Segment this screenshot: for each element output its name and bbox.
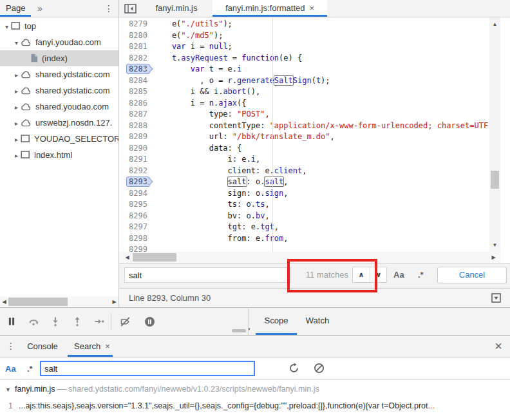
code-line-text[interactable]: var i = null;	[153, 42, 232, 51]
toggle-navigator-icon[interactable]	[124, 4, 137, 15]
code-line-text[interactable]: i = n.ajax({	[153, 99, 247, 108]
refresh-icon[interactable]	[288, 363, 299, 376]
regex-button[interactable]: .*	[27, 361, 33, 377]
code-line-text[interactable]: i && i.abort(),	[153, 87, 260, 96]
search-result-match-row[interactable]: 1...ajs:this.seajs},seajs.version="1.3.1…	[0, 397, 510, 414]
deactivate-breakpoints-icon[interactable]	[120, 316, 130, 327]
code-line-text[interactable]: bv: o.bv,	[153, 211, 270, 220]
code-line-text[interactable]: t.asyRequest = function(e) {	[153, 53, 302, 62]
navigator-h-scrollbar[interactable]: ◀ ▶	[0, 296, 118, 307]
source-code-viewer[interactable]: 8279 e("./utils");8280 e("./md5");8281 v…	[119, 17, 500, 264]
code-line-text[interactable]: , o = r.generateSaltSign(t);	[153, 76, 330, 85]
frame-menu-icon[interactable]	[491, 292, 502, 305]
line-number-gutter[interactable]: 8286	[119, 98, 153, 110]
tree-item-shared-ydstatic-com[interactable]: ▸shared.ydstatic.com	[0, 82, 118, 99]
scrollbar-thumb[interactable]	[8, 298, 68, 306]
line-number-gutter[interactable]: 8287	[119, 109, 153, 120]
drawer-menu-kebab-icon[interactable]: ⋮	[6, 336, 15, 357]
find-input[interactable]	[124, 267, 291, 283]
code-line-text[interactable]: client: e.client,	[153, 166, 307, 175]
tree-item-shared-ydstatic-com[interactable]: ▸shared.ydstatic.com	[0, 66, 118, 82]
line-number-gutter[interactable]: 8279	[119, 19, 153, 30]
code-line-text[interactable]: url: "/bbk/translate_m.do",	[153, 132, 335, 141]
tree-item-shared-youdao-com[interactable]: ▸shared.youdao.com	[0, 99, 118, 115]
tree-item-fanyi-youdao-com[interactable]: ▾fanyi.youdao.com	[0, 34, 118, 50]
line-number-gutter[interactable]: 8294	[119, 188, 153, 200]
editor-v-scrollbar[interactable]: ▲ ▼	[489, 17, 500, 252]
expand-arrow-icon[interactable]: ▼	[0, 387, 15, 393]
navigator-menu-kebab-icon[interactable]: ⋮	[104, 0, 113, 17]
line-number-gutter[interactable]: 8297	[119, 222, 153, 233]
search-result-file-row[interactable]: ▼fanyi.min.js—shared.ydstatic.com/fanyi/…	[0, 381, 510, 397]
breakpoint-marker[interactable]: 8283	[126, 64, 150, 74]
step-out-icon[interactable]	[72, 316, 82, 327]
line-number-gutter[interactable]: 8285	[119, 86, 153, 98]
tab-fanyi-min-js-formatted[interactable]: fanyi.min.js:formatted×	[212, 0, 327, 17]
tree-item-index-html[interactable]: ▸index.html	[0, 147, 118, 163]
tree-item-top[interactable]: ▾top	[0, 18, 118, 34]
scrollbar-thumb[interactable]	[491, 171, 499, 189]
toolbar-scroll-thumb[interactable]	[232, 329, 246, 332]
code-line-text[interactable]: ts: o.ts,	[153, 200, 270, 209]
code-line-text[interactable]: e("./utils");	[153, 19, 232, 28]
line-number-gutter[interactable]: 8296	[119, 211, 153, 222]
scrollbar-thumb[interactable]	[133, 253, 176, 262]
tree-item--index-[interactable]: (index)	[0, 50, 118, 66]
line-number-gutter[interactable]: 8281	[119, 41, 153, 53]
pause-script-button[interactable]	[6, 316, 17, 327]
scroll-up-icon[interactable]: ▲	[489, 19, 500, 30]
disclosure-expanded-icon[interactable]: ▾	[12, 35, 21, 50]
line-number-gutter[interactable]: 8283	[119, 64, 153, 75]
close-drawer-icon[interactable]: ×	[495, 336, 502, 357]
tab-console[interactable]: Console	[24, 336, 61, 357]
code-line-text[interactable]: e("./md5");	[153, 31, 223, 40]
tab-watch[interactable]: Watch	[297, 308, 338, 335]
disclosure-collapsed-icon[interactable]: ▸	[12, 99, 21, 115]
code-line-text[interactable]: var t = e.i	[153, 64, 241, 73]
clear-icon[interactable]	[314, 363, 325, 376]
tree-item-urswebzj-nosdn-127-[interactable]: ▸urswebzj.nosdn.127.	[0, 115, 118, 131]
match-case-button[interactable]: Aa	[393, 267, 404, 283]
breakpoint-marker[interactable]: 8293	[126, 177, 150, 187]
disclosure-collapsed-icon[interactable]: ▸	[12, 115, 21, 131]
more-tabs-icon[interactable]: »	[37, 0, 42, 17]
line-number-gutter[interactable]: 8289	[119, 131, 153, 143]
scroll-right-icon[interactable]: ▶	[109, 296, 120, 307]
code-line-text[interactable]: tgt: e.tgt,	[153, 222, 279, 231]
code-line-text[interactable]: type: "POST",	[153, 110, 270, 119]
search-input[interactable]	[40, 361, 255, 376]
tree-item-youdao-selector[interactable]: ▸YOUDAO_SELECTOR	[0, 131, 118, 147]
code-line-text[interactable]: salt: o.salt,	[153, 177, 288, 186]
line-number-gutter[interactable]: 8288	[119, 120, 153, 132]
line-number-gutter[interactable]: 8292	[119, 166, 153, 177]
line-number-gutter[interactable]: 8293	[119, 177, 153, 188]
code-line-text[interactable]: sign: o.sign,	[153, 189, 288, 198]
close-tab-icon[interactable]: ×	[105, 341, 110, 351]
tab-fanyi-min-js[interactable]: fanyi.min.js	[141, 0, 212, 17]
line-number-gutter[interactable]: 8284	[119, 75, 153, 87]
line-number-gutter[interactable]: 8291	[119, 154, 153, 166]
tab-search[interactable]: Search×	[74, 336, 106, 357]
code-line-text[interactable]: from: e.from,	[153, 234, 288, 243]
tab-page[interactable]: Page	[0, 0, 31, 17]
close-tab-icon[interactable]: ×	[309, 3, 314, 13]
step-icon[interactable]	[94, 316, 104, 327]
step-into-icon[interactable]	[50, 316, 61, 327]
tab-scope[interactable]: Scope	[256, 308, 297, 335]
line-number-gutter[interactable]: 8282	[119, 53, 153, 64]
code-line-text[interactable]: i: e.i,	[153, 155, 260, 164]
match-case-button[interactable]: Aa	[5, 361, 16, 377]
disclosure-collapsed-icon[interactable]: ▸	[12, 148, 21, 163]
scroll-left-icon[interactable]: ◀	[122, 252, 133, 263]
code-line-text[interactable]: data: {	[153, 144, 241, 153]
step-over-icon[interactable]	[28, 316, 39, 327]
pause-on-exceptions-icon[interactable]	[144, 316, 155, 327]
disclosure-collapsed-icon[interactable]: ▸	[12, 131, 21, 147]
line-number-gutter[interactable]: 8280	[119, 30, 153, 42]
regex-button[interactable]: .*	[418, 267, 424, 283]
line-number-gutter[interactable]: 8290	[119, 143, 153, 155]
scroll-down-icon[interactable]: ▼	[489, 240, 500, 251]
disclosure-expanded-icon[interactable]: ▾	[3, 19, 11, 34]
line-number-gutter[interactable]: 8298	[119, 233, 153, 245]
code-line-text[interactable]: contentType: "application/x-www-form-url…	[153, 121, 500, 130]
